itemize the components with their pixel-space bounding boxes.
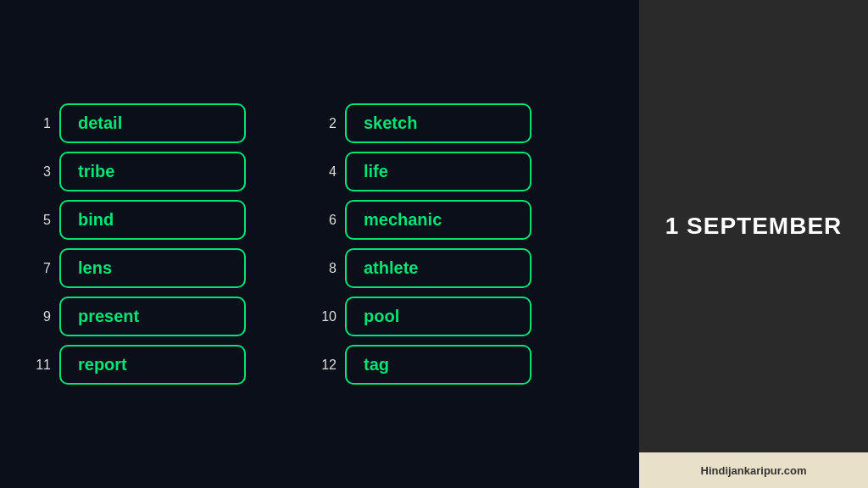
number-3: 3	[34, 164, 51, 180]
word-4: life	[364, 162, 388, 180]
word-box-1: detail	[59, 103, 246, 143]
pair-row-2: 3 tribe 4 life	[34, 152, 605, 191]
word-box-3: tribe	[59, 152, 246, 191]
word-box-8: athlete	[345, 248, 531, 288]
word-7: lens	[78, 258, 112, 277]
pair-row-5: 9 present 10 pool	[34, 297, 605, 336]
date-display: 1 SEPTEMBER	[665, 213, 843, 240]
word-3: tribe	[78, 162, 114, 180]
number-7: 7	[34, 261, 51, 276]
number-4: 4	[320, 164, 337, 180]
number-6: 6	[320, 213, 337, 228]
word-box-11: report	[59, 345, 246, 385]
word-5: bind	[78, 210, 114, 229]
col-left-6: 11 report	[34, 345, 320, 385]
number-9: 9	[34, 309, 51, 324]
word-box-10: pool	[345, 297, 531, 336]
word-2: sketch	[364, 114, 417, 132]
number-11: 11	[34, 358, 51, 373]
word-1: detail	[78, 114, 122, 132]
number-8: 8	[320, 261, 337, 276]
word-10: pool	[364, 307, 399, 325]
col-left-5: 9 present	[34, 297, 320, 336]
number-2: 2	[320, 116, 337, 131]
date-section: 1 SEPTEMBER	[648, 0, 860, 452]
word-box-6: mechanic	[345, 200, 531, 240]
col-right-1: 2 sketch	[320, 103, 605, 143]
pair-row-1: 1 detail 2 sketch	[34, 103, 605, 143]
col-left-3: 5 bind	[34, 200, 320, 240]
col-right-2: 4 life	[320, 152, 605, 191]
word-8: athlete	[364, 258, 418, 277]
word-9: present	[78, 307, 139, 325]
website-footer: Hindijankaripur.com	[639, 452, 868, 488]
word-box-7: lens	[59, 248, 246, 288]
col-right-4: 8 athlete	[320, 248, 605, 288]
word-6: mechanic	[364, 210, 442, 229]
pair-row-6: 11 report 12 tag	[34, 345, 605, 385]
words-panel: 1 detail 2 sketch 3 tribe 4	[0, 0, 639, 488]
pair-row-3: 5 bind 6 mechanic	[34, 200, 605, 240]
word-box-4: life	[345, 152, 531, 191]
pair-row-4: 7 lens 8 athlete	[34, 248, 605, 288]
word-box-2: sketch	[345, 103, 531, 143]
word-box-9: present	[59, 297, 246, 336]
right-panel: 1 SEPTEMBER Hindijankaripur.com	[639, 0, 868, 488]
col-left-1: 1 detail	[34, 103, 320, 143]
number-5: 5	[34, 213, 51, 228]
word-box-12: tag	[345, 345, 531, 385]
word-grid: 1 detail 2 sketch 3 tribe 4	[34, 103, 605, 385]
col-right-6: 12 tag	[320, 345, 605, 385]
col-right-3: 6 mechanic	[320, 200, 605, 240]
number-12: 12	[320, 358, 337, 373]
number-10: 10	[320, 309, 337, 324]
word-box-5: bind	[59, 200, 246, 240]
word-12: tag	[364, 355, 389, 374]
col-left-4: 7 lens	[34, 248, 320, 288]
col-right-5: 10 pool	[320, 297, 605, 336]
col-left-2: 3 tribe	[34, 152, 320, 191]
website-url: Hindijankaripur.com	[701, 464, 807, 477]
word-11: report	[78, 355, 127, 374]
number-1: 1	[34, 116, 51, 131]
